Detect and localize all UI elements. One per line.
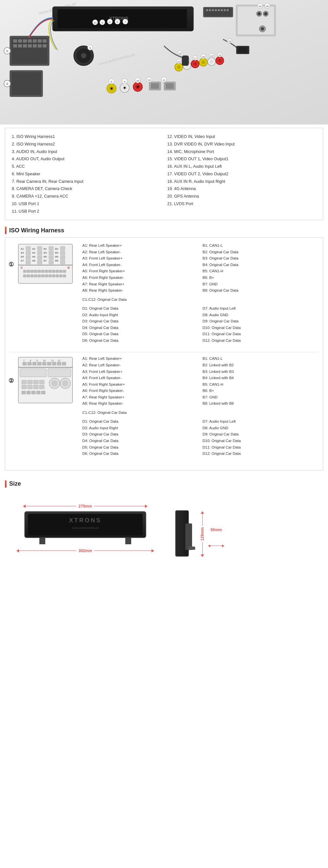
svg-text:9: 9 (36, 360, 38, 362)
svg-point-50 (81, 53, 86, 58)
spec-item: B3: Linked with B3 (203, 369, 318, 375)
legend-item-7: 7. Rear Camera IN, Rear Camera Input (12, 178, 161, 185)
svg-rect-133 (37, 260, 42, 264)
legend-item-20: 20. GPS Antenna (167, 193, 316, 200)
specs-left-1: A1: Rear Left Speaker+ A2: Rear Left Spe… (82, 243, 198, 293)
svg-rect-71 (166, 83, 174, 89)
spec-item: A7: Rear Right Speaker+ (82, 394, 198, 401)
dim-line-top-right (94, 506, 145, 506)
d-specs-left-1: D1: Original Car Data D2: Audio Input Ri… (82, 305, 198, 344)
spec-item: D3: Original Car Data (82, 318, 198, 325)
svg-rect-6 (206, 9, 208, 11)
size-section-header: Size (5, 480, 323, 488)
spec-item: B4: Original Car Data (203, 262, 318, 268)
svg-text:20: 20 (266, 5, 269, 8)
svg-text:7: 7 (23, 360, 25, 362)
svg-text:10: 10 (148, 79, 151, 81)
svg-text:8: 8 (111, 80, 112, 83)
spec-item: A4: Front Left Speaker- (82, 375, 198, 381)
svg-text:10: 10 (43, 360, 46, 362)
svg-text:A3: A3 (21, 251, 24, 254)
svg-rect-214 (22, 391, 26, 394)
arrow-left-icon (23, 505, 26, 508)
spec-item: B1: CAN1-L (203, 355, 318, 362)
connector-1-specs: A1: Rear Left Speaker+ A2: Rear Left Spe… (82, 243, 318, 344)
svg-rect-149 (60, 260, 65, 264)
spec-item: D5: Original Car Data (82, 444, 198, 451)
legend-item-8: 8. CAMERA DET, Camera Check (12, 185, 161, 193)
wiring-section: ① A1 A3 A5 A7 A2 (5, 237, 323, 470)
spec-item: A3: Front Left Speaker+ (82, 369, 198, 375)
svg-rect-163 (63, 270, 66, 273)
svg-text:www.automeedia.ee: www.automeedia.ee (72, 526, 99, 529)
spec-item: B7: GND (203, 281, 318, 288)
svg-rect-132 (37, 256, 42, 259)
svg-text:19: 19 (228, 40, 231, 42)
svg-point-81 (193, 62, 197, 66)
d-specs-right-1: D7: Audio Input Left D8: Audio GND D9: O… (203, 305, 318, 344)
spec-item: A8: Rear Right Speaker- (82, 287, 198, 294)
arrow-up-icon (201, 511, 204, 514)
spec-item: D7: Audio Input Left (203, 305, 318, 312)
side-view (174, 504, 197, 564)
svg-rect-189 (37, 362, 41, 365)
svg-rect-148 (60, 256, 65, 259)
w-arrow-left-icon (208, 545, 210, 547)
dim-129-label: 129mm (200, 526, 205, 542)
d-specs-right-2: D7: Audio Input Left D8: Audio GND D9: O… (203, 418, 318, 457)
svg-text:B1: B1 (44, 247, 47, 250)
spec-item: A1: Rear Left Speaker+ (82, 355, 198, 362)
dim-line-bottom-right (94, 551, 152, 551)
spec-item: A1: Rear Left Speaker+ (82, 243, 198, 249)
spec-item: A6: Front Right Speaker- (82, 275, 198, 281)
svg-point-21 (261, 27, 264, 30)
spec-item: D8: Audio GND (203, 312, 318, 318)
connector-2-number: ② (8, 377, 14, 384)
svg-rect-194 (62, 362, 66, 365)
section-bar-icon (5, 227, 6, 234)
svg-rect-139 (49, 251, 53, 255)
legend-item-10: 10. USB Port 1 (12, 200, 161, 208)
spec-item: B1: CAN1-L (203, 243, 318, 249)
svg-text:19: 19 (259, 5, 262, 8)
wiring-row-1: ① A1 A3 A5 A7 A2 (10, 243, 318, 344)
svg-point-61 (137, 86, 139, 88)
svg-text:C: C (21, 266, 23, 269)
svg-rect-196 (20, 369, 46, 377)
legend-grid: 1. ISO Wiring Harness1 2. ISO Wiring Har… (12, 133, 316, 215)
device-side-svg (174, 504, 197, 563)
legend-item-13: 13. DVR VIDEO IN, DVR Video Input (167, 141, 316, 148)
dim-275-label: 275mm (76, 504, 94, 508)
svg-text:B2: B2 (55, 247, 58, 250)
product-svg: www.automeedia.ee www.automeedia.ee XTRO… (0, 0, 328, 125)
legend-item-18: 18. AUX IN R, Audio Input Right (167, 178, 316, 185)
spec-item: D9: Original Car Data (203, 431, 318, 438)
svg-rect-226 (185, 524, 192, 550)
svg-rect-124 (26, 256, 30, 259)
svg-rect-223 (39, 538, 45, 544)
svg-text:12: 12 (58, 360, 60, 362)
spec-item: D10: Original Car Data (203, 325, 318, 331)
svg-text:17: 17 (194, 57, 196, 60)
spec-item: D6: Original Car Data (82, 451, 198, 457)
svg-text:D: D (67, 266, 70, 269)
spec-item: A3: Front Left Speaker+ (82, 255, 198, 262)
spec-item: B8: Original Car Data (203, 287, 318, 294)
svg-text:B6: B6 (55, 255, 58, 258)
svg-rect-166 (30, 275, 33, 277)
svg-rect-152 (23, 270, 26, 273)
svg-rect-33 (38, 39, 42, 42)
svg-text:13: 13 (210, 55, 213, 57)
svg-rect-140 (49, 256, 53, 259)
width-dimension: 50mm (208, 521, 224, 547)
svg-rect-174 (59, 275, 62, 277)
svg-rect-215 (27, 391, 30, 394)
svg-point-17 (258, 12, 261, 15)
svg-text:A7: A7 (21, 259, 24, 262)
svg-rect-28 (13, 39, 17, 42)
svg-rect-192 (52, 362, 56, 365)
legend-item-19: 19. 4G Antenna (167, 185, 316, 193)
spec-item: B3: Original Car Data (203, 255, 318, 262)
legend-item-12: 12. VIDEO IN, Video Input (167, 133, 316, 141)
svg-text:21: 21 (94, 21, 97, 24)
